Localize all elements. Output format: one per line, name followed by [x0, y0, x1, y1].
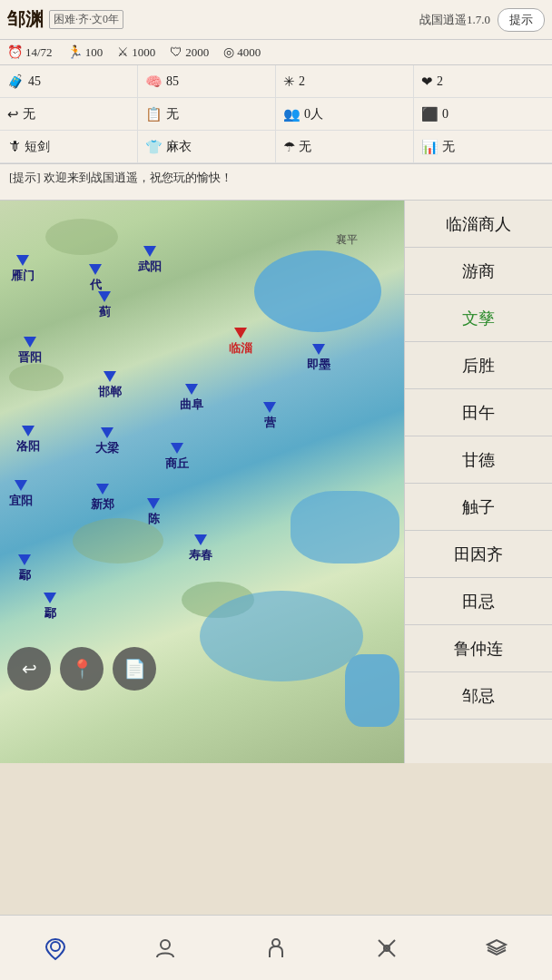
- map-location-ji[interactable]: 蓟: [98, 291, 111, 320]
- header: 邹渊 困难·齐·文0年 战国逍遥1.7.0 提示: [0, 0, 552, 40]
- gold-icon: ◎: [223, 44, 234, 60]
- flag-linzi: [234, 328, 247, 338]
- map-background[interactable]: 武阳 代 雁门 蓟 晋阳 临淄 即墨: [0, 201, 404, 763]
- attr-box: ⬛ 0: [414, 98, 552, 131]
- attr-chart-value: 无: [442, 139, 455, 155]
- scroll-icon: 📋: [145, 106, 163, 122]
- flag-ji: [98, 291, 111, 302]
- nav-person[interactable]: [240, 921, 312, 975]
- nav-battle[interactable]: [350, 921, 423, 975]
- flag-chen: [147, 498, 160, 509]
- document-button[interactable]: 📄: [113, 647, 156, 691]
- map-location-shangqiu[interactable]: 商丘: [165, 443, 189, 472]
- map-location-jimo[interactable]: 即墨: [307, 344, 330, 373]
- attr-sword: 🗡 短剑: [0, 131, 138, 163]
- flag-dai: [89, 264, 102, 275]
- flag-wuyang: [143, 246, 156, 257]
- flag-handan: [104, 371, 116, 382]
- water-body-1: [254, 250, 381, 332]
- attack-icon: ⚔: [117, 44, 129, 60]
- back-icon: ↩: [7, 106, 19, 122]
- attr-scroll: 📋 无: [138, 98, 276, 131]
- stat-time: ⏰ 14/72: [7, 44, 53, 60]
- sidebar-item-tianji[interactable]: 田忌: [405, 578, 552, 625]
- map-location-yan2[interactable]: 鄢: [44, 593, 56, 622]
- stat-defense: 🛡 2000: [170, 45, 209, 60]
- attrs-grid: 🧳 45 🧠 85 ✳ 2 ❤ 2 ↩ 无 📋 无 👥 0人 ⬛ 0 🗡 短剑 …: [0, 65, 552, 164]
- sidebar-item-gande[interactable]: 甘德: [405, 436, 552, 484]
- attr-bag: 🧳 45: [0, 65, 138, 98]
- attr-people-value: 0人: [304, 106, 323, 122]
- sidebar-item-tianyin[interactable]: 田因齐: [405, 531, 552, 578]
- nav-character[interactable]: [129, 921, 202, 975]
- location-button[interactable]: 📍: [60, 647, 104, 691]
- sidebar-item-linzi-merchant[interactable]: 临淄商人: [405, 201, 552, 248]
- map-location-xinzheng[interactable]: 新郑: [91, 484, 114, 513]
- game-mode: 困难·齐·文0年: [49, 10, 123, 29]
- header-right: 战国逍遥1.7.0 提示: [419, 8, 545, 32]
- map-location-wuyang[interactable]: 武阳: [138, 246, 162, 275]
- notice-box: [提示] 欢迎来到战国逍遥，祝您玩的愉快！: [0, 164, 552, 201]
- flag-jinyang: [24, 337, 36, 348]
- chart-icon: 📊: [421, 139, 439, 155]
- sidebar-item-wenzi[interactable]: 文孳: [405, 295, 552, 342]
- attr-mind: 🧠 85: [138, 65, 276, 98]
- mind-icon: 🧠: [145, 74, 163, 90]
- nav-map[interactable]: [19, 921, 92, 975]
- attr-clothes: 👕 麻衣: [138, 131, 276, 163]
- sidebar-item-housheng[interactable]: 后胜: [405, 342, 552, 389]
- flag-shangqiu: [171, 443, 183, 454]
- hint-button[interactable]: 提示: [498, 8, 545, 32]
- map-location-daliang[interactable]: 大梁: [95, 427, 119, 456]
- map-location-ying[interactable]: 营: [263, 402, 276, 431]
- header-left: 邹渊 困难·齐·文0年: [7, 7, 123, 32]
- attr-heart: ❤ 2: [414, 65, 552, 98]
- flag-yanmen: [16, 255, 29, 266]
- map-location-yiyang[interactable]: 宜阳: [9, 480, 33, 509]
- back-button[interactable]: ↩: [7, 647, 51, 691]
- nav-layers[interactable]: [460, 921, 533, 975]
- attr-bag-value: 45: [28, 74, 41, 89]
- sidebar-item-zouji[interactable]: 邹忌: [405, 672, 552, 720]
- attr-scroll-value: 无: [166, 106, 179, 122]
- flag-luoyang: [22, 426, 34, 436]
- umbrella-icon: ☂: [283, 139, 295, 155]
- map-location-qufu[interactable]: 曲阜: [180, 384, 203, 413]
- map-location-dai[interactable]: 代: [89, 264, 102, 293]
- map-location-yan1[interactable]: 鄢: [18, 554, 31, 583]
- svg-point-2: [272, 939, 280, 946]
- move-value: 100: [85, 45, 104, 60]
- box-icon: ⬛: [421, 106, 439, 122]
- bag-icon: 🧳: [7, 74, 25, 90]
- map-location-yanmen[interactable]: 雁门: [11, 255, 34, 284]
- defense-icon: 🛡: [170, 45, 182, 60]
- people-icon: 👥: [283, 106, 301, 122]
- svg-point-1: [161, 940, 170, 949]
- map-location-jinyang[interactable]: 晋阳: [18, 337, 42, 366]
- map-location-shouchun[interactable]: 寿春: [189, 534, 212, 564]
- map-location-handan[interactable]: 邯郸: [98, 371, 122, 400]
- attr-clothes-value: 麻衣: [166, 139, 192, 155]
- stat-move: 🏃 100: [67, 44, 104, 60]
- sidebar-item-tianwu[interactable]: 田午: [405, 389, 552, 436]
- sidebar-item-youshang[interactable]: 游商: [405, 248, 552, 295]
- map-location-chen[interactable]: 陈: [147, 498, 160, 527]
- flag-xinzheng: [96, 484, 109, 495]
- sidebar-item-luzh[interactable]: 鲁仲连: [405, 625, 552, 672]
- sidebar-item-chuzi[interactable]: 触子: [405, 484, 552, 531]
- heart-icon: ❤: [421, 74, 433, 90]
- flag-daliang: [101, 427, 113, 438]
- bottom-controls: ↩ 📍 📄: [7, 647, 156, 691]
- flag-jimo: [312, 344, 325, 355]
- clothes-icon: 👕: [145, 139, 163, 155]
- attr-star: ✳ 2: [276, 65, 414, 98]
- defense-value: 2000: [185, 45, 209, 60]
- gold-value: 4000: [237, 45, 261, 60]
- main-area: 武阳 代 雁门 蓟 晋阳 临淄 即墨: [0, 201, 552, 763]
- water-body-4: [345, 654, 399, 727]
- map-location-luoyang[interactable]: 洛阳: [16, 426, 40, 455]
- move-icon: 🏃: [67, 44, 83, 60]
- map-location-linzi[interactable]: 临淄: [229, 328, 252, 357]
- attr-umbrella-value: 无: [299, 139, 311, 155]
- sword-icon: 🗡: [7, 139, 21, 154]
